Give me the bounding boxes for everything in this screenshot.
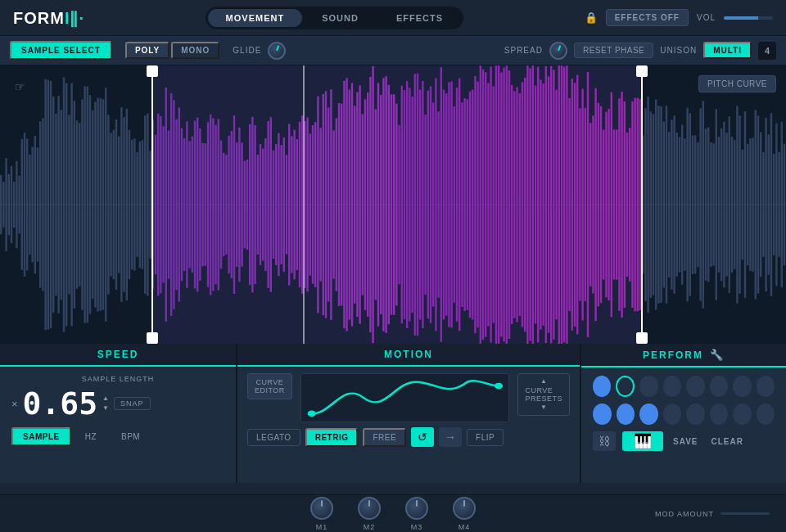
lock-icon: 🔒 bbox=[585, 11, 598, 24]
pad-15[interactable] bbox=[733, 404, 752, 425]
pad-11[interactable] bbox=[639, 404, 658, 425]
pad-1[interactable] bbox=[593, 376, 611, 397]
legato-button[interactable]: LEGATO bbox=[247, 429, 300, 446]
bottom-section: SPEED SAMPLE LENGTH × 0.65 ▲ ▼ SNAP SAMP… bbox=[0, 344, 786, 483]
retrig-button[interactable]: RETRIG bbox=[305, 428, 359, 447]
speed-value: 0.65 bbox=[23, 388, 98, 419]
top-bar: FORMIǁ· MOVEMENT SOUND EFFECTS 🔒 EFFECTS… bbox=[0, 0, 786, 36]
chevron-down-icon: ▼ bbox=[540, 404, 547, 411]
vol-slider[interactable] bbox=[724, 16, 773, 20]
pad-7[interactable] bbox=[733, 376, 751, 397]
nav-tabs: MOVEMENT SOUND EFFECTS bbox=[206, 7, 463, 29]
pad-10[interactable] bbox=[617, 404, 635, 425]
link-icon-button[interactable]: ⛓ bbox=[593, 431, 616, 451]
right-playhead-handle bbox=[636, 332, 648, 344]
perform-panel: PERFORM 🔧 bbox=[581, 344, 786, 483]
forward-button[interactable]: → bbox=[439, 427, 462, 447]
left-playhead-handle bbox=[147, 332, 158, 344]
glide-label: GLIDE bbox=[233, 46, 261, 55]
speed-up-arrow[interactable]: ▲ bbox=[102, 394, 109, 403]
sample-select-button[interactable]: SAMPLE SELECT bbox=[10, 41, 112, 60]
mod-label-m2: M2 bbox=[364, 523, 376, 531]
multi-button[interactable]: MULTI bbox=[703, 42, 752, 59]
pad-5[interactable] bbox=[686, 376, 704, 397]
loop-button[interactable]: ↺ bbox=[411, 427, 434, 447]
wrench-icon: 🔧 bbox=[710, 349, 725, 361]
waveform-area[interactable]: ☞ // We'll generate waveform bars via JS… bbox=[0, 65, 786, 344]
speed-mode-sample[interactable]: SAMPLE bbox=[11, 427, 71, 446]
left-playhead-handle-top bbox=[147, 65, 158, 77]
pad-3[interactable] bbox=[639, 376, 657, 397]
glide-knob[interactable] bbox=[268, 42, 286, 60]
mod-knob-m1[interactable] bbox=[310, 497, 333, 520]
pad-2[interactable] bbox=[616, 376, 635, 397]
tab-effects[interactable]: EFFECTS bbox=[378, 9, 461, 27]
pad-9[interactable] bbox=[593, 404, 612, 425]
flip-button[interactable]: FLIP bbox=[467, 429, 504, 446]
snap-button[interactable]: SNAP bbox=[114, 397, 151, 410]
left-playhead[interactable] bbox=[151, 65, 153, 344]
perform-panel-header: PERFORM 🔧 bbox=[581, 344, 786, 367]
unison-label: UNISON bbox=[660, 46, 697, 55]
motion-panel: MOTION CURVEEDITOR ▲ CURVEPRESETS ▼ bbox=[237, 344, 581, 483]
speed-multiplier: × bbox=[11, 398, 18, 410]
piano-button[interactable]: 🎹 bbox=[622, 431, 663, 451]
speed-panel-header: SPEED bbox=[0, 344, 236, 367]
mod-knob-group-m4: M4 bbox=[453, 497, 476, 531]
pad-14[interactable] bbox=[710, 404, 729, 425]
mod-label-m3: M3 bbox=[411, 523, 423, 531]
mod-amount-slider[interactable] bbox=[720, 512, 770, 515]
speed-content: SAMPLE LENGTH × 0.65 ▲ ▼ SNAP SAMPLE HZ … bbox=[0, 367, 236, 454]
pad-16[interactable] bbox=[757, 404, 775, 425]
pitch-curve-button[interactable]: PITCH CURVE bbox=[698, 75, 776, 92]
clear-button[interactable]: CLEAR bbox=[708, 437, 747, 446]
motion-panel-header: MOTION bbox=[237, 344, 580, 367]
mod-knob-group-m3: M3 bbox=[405, 497, 428, 531]
tab-movement[interactable]: MOVEMENT bbox=[208, 9, 303, 27]
speed-mode-hz[interactable]: HZ bbox=[75, 427, 107, 446]
motion-buttons-row: LEGATO RETRIG FREE ↺ → FLIP bbox=[247, 427, 570, 447]
right-playhead[interactable] bbox=[641, 65, 643, 344]
speed-mode-bpm[interactable]: BPM bbox=[111, 427, 151, 446]
spread-label: SPREAD bbox=[504, 46, 543, 55]
mod-bar: M1 M2 M3 M4 MOD AMOUNT bbox=[0, 494, 786, 532]
svg-point-1 bbox=[307, 410, 315, 417]
multi-count: 4 bbox=[758, 42, 776, 60]
free-button[interactable]: FREE bbox=[363, 428, 406, 447]
mod-knob-m4[interactable] bbox=[453, 497, 476, 520]
poly-button[interactable]: POLY bbox=[125, 42, 169, 59]
mod-amount-text: MOD AMOUNT bbox=[655, 510, 714, 518]
perform-pads-row-1 bbox=[593, 376, 775, 397]
waveform-canvas bbox=[0, 65, 786, 344]
motion-curve-display[interactable] bbox=[300, 373, 510, 422]
spread-knob[interactable] bbox=[549, 42, 567, 60]
perform-bottom-row: ⛓ 🎹 SAVE CLEAR bbox=[593, 431, 775, 451]
pad-4[interactable] bbox=[663, 376, 681, 397]
perform-content: ⛓ 🎹 SAVE CLEAR bbox=[581, 367, 786, 459]
curve-presets-button[interactable]: ▲ CURVEPRESETS ▼ bbox=[517, 373, 570, 416]
mod-knob-group-m2: M2 bbox=[358, 497, 381, 531]
pad-8[interactable] bbox=[757, 376, 775, 397]
vol-label: VOL bbox=[697, 13, 716, 22]
pad-12[interactable] bbox=[663, 404, 682, 425]
mod-label-m4: M4 bbox=[458, 523, 471, 531]
logo-accent: Iǁ· bbox=[65, 9, 84, 27]
tab-sound[interactable]: SOUND bbox=[304, 9, 377, 27]
speed-down-arrow[interactable]: ▼ bbox=[102, 404, 109, 413]
center-playhead[interactable] bbox=[303, 65, 305, 344]
mod-knob-m3[interactable] bbox=[405, 497, 428, 520]
motion-top-row: CURVEEDITOR ▲ CURVEPRESETS ▼ bbox=[247, 373, 570, 422]
speed-arrows[interactable]: ▲ ▼ bbox=[102, 394, 109, 412]
speed-panel: SPEED SAMPLE LENGTH × 0.65 ▲ ▼ SNAP SAMP… bbox=[0, 344, 237, 483]
effects-off-button[interactable]: EFFECTS OFF bbox=[606, 9, 689, 26]
perform-label: PERFORM bbox=[643, 349, 703, 361]
pad-6[interactable] bbox=[710, 376, 728, 397]
chevron-up-icon: ▲ bbox=[540, 378, 547, 385]
motion-content: CURVEEDITOR ▲ CURVEPRESETS ▼ LEGATO RETR bbox=[237, 367, 580, 483]
save-button[interactable]: SAVE bbox=[670, 437, 702, 446]
pad-13[interactable] bbox=[686, 404, 705, 425]
mod-knob-m2[interactable] bbox=[358, 497, 381, 520]
curve-editor-button[interactable]: CURVEEDITOR bbox=[247, 373, 292, 399]
mono-button[interactable]: MONO bbox=[171, 42, 219, 59]
reset-phase-button[interactable]: RESET PHASE bbox=[574, 43, 653, 58]
